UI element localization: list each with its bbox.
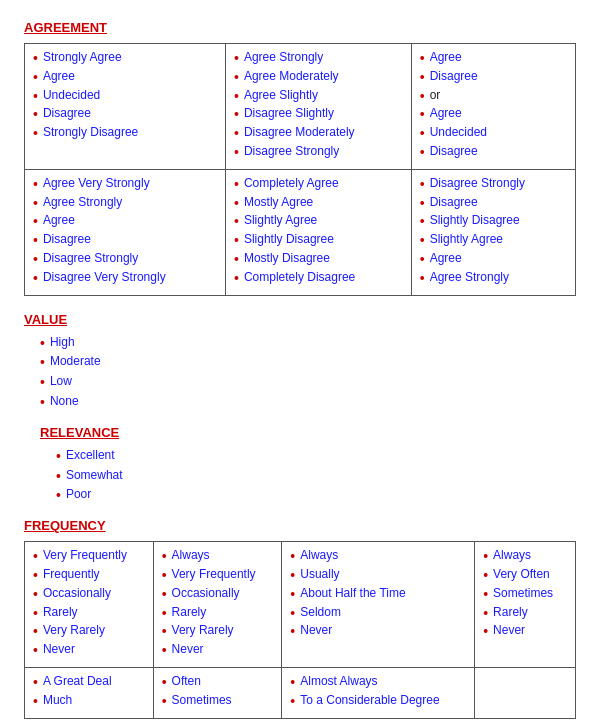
list-item: Disagree Slightly <box>234 106 403 123</box>
list-item: Excellent <box>56 448 576 465</box>
list-item: Agree <box>420 106 567 123</box>
list-item: To a Considerable Degree <box>290 693 466 710</box>
frequency-cell-r2c1: A Great Deal Much <box>25 667 154 718</box>
list-item: Disagree Moderately <box>234 125 403 142</box>
list-item: Seldom <box>290 605 466 622</box>
list-item: Poor <box>56 487 576 504</box>
list-item: Strongly Agree <box>33 50 217 67</box>
list-item: Disagree Strongly <box>234 144 403 161</box>
table-row: Strongly Agree Agree Undecided Disagree … <box>25 44 576 170</box>
list-item: Somewhat <box>56 468 576 485</box>
frequency-cell-r2c2: Often Sometimes <box>153 667 282 718</box>
relevance-list: Excellent Somewhat Poor <box>56 448 576 504</box>
list-item: or <box>420 88 567 105</box>
list-item: Always <box>162 548 274 565</box>
list-item: Completely Agree <box>234 176 403 193</box>
list-item: Always <box>483 548 567 565</box>
list-item: Disagree Strongly <box>33 251 217 268</box>
list-item: Often <box>162 674 274 691</box>
frequency-cell-r1c1: Very Frequently Frequently Occasionally … <box>25 542 154 668</box>
relevance-section: RELEVANCE Excellent Somewhat Poor <box>40 425 576 504</box>
list-item: Mostly Agree <box>234 195 403 212</box>
list-item: Disagree <box>33 232 217 249</box>
frequency-cell-r2c4 <box>475 667 576 718</box>
list-item: Agree <box>33 69 217 86</box>
agreement-table: Strongly Agree Agree Undecided Disagree … <box>24 43 576 296</box>
list-item: Very Frequently <box>162 567 274 584</box>
list-item: Disagree Very Strongly <box>33 270 217 287</box>
list-item: Undecided <box>420 125 567 142</box>
agreement-cell-r1c3: Agree Disagree or Agree Undecided Disagr… <box>411 44 575 170</box>
table-row: A Great Deal Much Often Sometimes Almost… <box>25 667 576 718</box>
frequency-cell-r1c3: Always Usually About Half the Time Seldo… <box>282 542 475 668</box>
list-item: Never <box>162 642 274 659</box>
list-item: Very Often <box>483 567 567 584</box>
list-item: Disagree <box>33 106 217 123</box>
list-item: Agree <box>420 251 567 268</box>
relevance-title: RELEVANCE <box>40 425 576 440</box>
value-list: High Moderate Low None <box>40 335 576 411</box>
list-item: Slightly Disagree <box>420 213 567 230</box>
list-item: Much <box>33 693 145 710</box>
list-item: None <box>40 394 576 411</box>
agreement-cell-r2c1: Agree Very Strongly Agree Strongly Agree… <box>25 169 226 295</box>
frequency-section: FREQUENCY Very Frequently Frequently Occ… <box>24 518 576 718</box>
list-item: Frequently <box>33 567 145 584</box>
list-item: Agree Strongly <box>33 195 217 212</box>
list-item: Sometimes <box>162 693 274 710</box>
list-item: Almost Always <box>290 674 466 691</box>
list-item: Slightly Agree <box>420 232 567 249</box>
list-item: Occasionally <box>162 586 274 603</box>
list-item: Agree <box>420 50 567 67</box>
list-item: Agree Strongly <box>420 270 567 287</box>
agreement-cell-r1c1: Strongly Agree Agree Undecided Disagree … <box>25 44 226 170</box>
list-item: A Great Deal <box>33 674 145 691</box>
frequency-cell-r2c3: Almost Always To a Considerable Degree <box>282 667 475 718</box>
list-item: Slightly Disagree <box>234 232 403 249</box>
list-item: Slightly Agree <box>234 213 403 230</box>
list-item: Rarely <box>483 605 567 622</box>
frequency-cell-r1c4: Always Very Often Sometimes Rarely Never <box>475 542 576 668</box>
list-item: High <box>40 335 576 352</box>
agreement-cell-r2c3: Disagree Strongly Disagree Slightly Disa… <box>411 169 575 295</box>
list-item: Never <box>483 623 567 640</box>
list-item: Never <box>290 623 466 640</box>
agreement-title: AGREEMENT <box>24 20 576 35</box>
frequency-table: Very Frequently Frequently Occasionally … <box>24 541 576 718</box>
list-item: Agree Slightly <box>234 88 403 105</box>
agreement-section: AGREEMENT Strongly Agree Agree Undecided… <box>24 20 576 296</box>
list-item: Rarely <box>33 605 145 622</box>
value-title: VALUE <box>24 312 576 327</box>
frequency-title: FREQUENCY <box>24 518 576 533</box>
list-item: Very Rarely <box>33 623 145 640</box>
list-item: Disagree <box>420 69 567 86</box>
list-item: Completely Disagree <box>234 270 403 287</box>
list-item: Never <box>33 642 145 659</box>
list-item: Low <box>40 374 576 391</box>
list-item: Strongly Disagree <box>33 125 217 142</box>
list-item: Sometimes <box>483 586 567 603</box>
list-item: Very Rarely <box>162 623 274 640</box>
list-item: Agree <box>33 213 217 230</box>
frequency-cell-r1c2: Always Very Frequently Occasionally Rare… <box>153 542 282 668</box>
table-row: Very Frequently Frequently Occasionally … <box>25 542 576 668</box>
agreement-cell-r2c2: Completely Agree Mostly Agree Slightly A… <box>225 169 411 295</box>
list-item: Undecided <box>33 88 217 105</box>
list-item: Disagree Strongly <box>420 176 567 193</box>
list-item: Agree Strongly <box>234 50 403 67</box>
list-item: Usually <box>290 567 466 584</box>
list-item: About Half the Time <box>290 586 466 603</box>
list-item: Mostly Disagree <box>234 251 403 268</box>
list-item: Occasionally <box>33 586 145 603</box>
list-item: Moderate <box>40 354 576 371</box>
agreement-cell-r1c2: Agree Strongly Agree Moderately Agree Sl… <box>225 44 411 170</box>
list-item: Very Frequently <box>33 548 145 565</box>
list-item: Agree Moderately <box>234 69 403 86</box>
list-item: Agree Very Strongly <box>33 176 217 193</box>
list-item: Disagree <box>420 144 567 161</box>
list-item: Rarely <box>162 605 274 622</box>
list-item: Disagree <box>420 195 567 212</box>
list-item: Always <box>290 548 466 565</box>
value-section: VALUE High Moderate Low None <box>24 312 576 411</box>
table-row: Agree Very Strongly Agree Strongly Agree… <box>25 169 576 295</box>
